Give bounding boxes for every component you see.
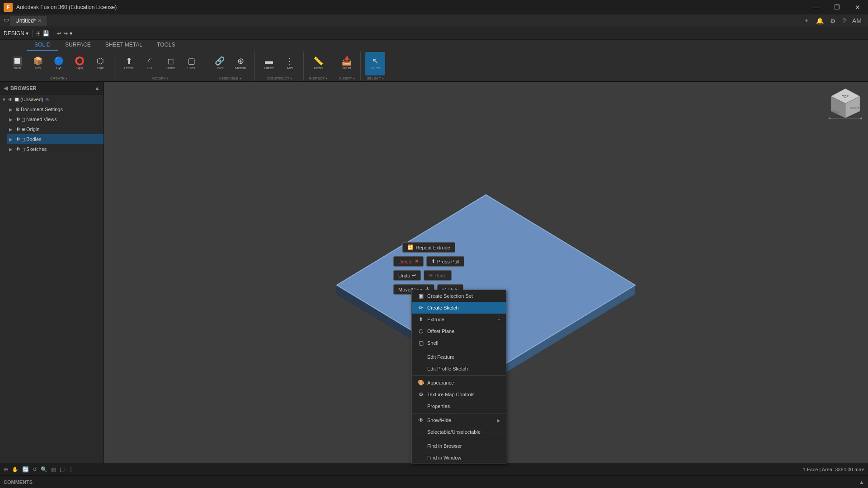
joint-tool[interactable]: 🔗 Joint (210, 52, 230, 75)
repeat-icon: 🔁 (407, 244, 414, 250)
delete-x-icon: ✕ (415, 258, 419, 264)
face-info: 1 Face | Area: 3364.00 mm² (803, 467, 864, 472)
document-tab[interactable]: Untitled* ✕ (10, 16, 47, 26)
sidebar-collapse[interactable]: ▲ (94, 85, 100, 91)
cm-edit-profile-sketch[interactable]: Edit Profile Sketch (412, 363, 506, 375)
press-pull-tool[interactable]: ⬆ Press (119, 52, 139, 75)
redo-button[interactable]: ↪ (63, 30, 68, 37)
separator-3 (412, 413, 506, 413)
tree-origin[interactable]: ▶ 👁 ⊕ Origin (7, 124, 104, 134)
cm-texture-map[interactable]: ⚙ Texture Map Controls (412, 389, 506, 400)
midplane-tool[interactable]: ⋮ Mid (280, 52, 300, 75)
cm-create-sketch[interactable]: ✏ Create Sketch (412, 302, 506, 314)
cm-show-hide[interactable]: 👁 Show/Hide ▶ (412, 414, 506, 426)
modify-group: ⬆ Press ◜ Fill ◻ Cham ▢ Shell MODIFY ▾ (115, 52, 205, 80)
notifications-icon[interactable]: 🔔 (813, 16, 826, 25)
chamfer-tool[interactable]: ◻ Cham (160, 52, 180, 75)
offset-plane-tool[interactable]: ▬ Offset (259, 52, 279, 75)
display-mode-icon[interactable]: ▢ (60, 466, 65, 473)
assemble-group: 🔗 Joint ⊕ Motion ASSEMBLE ▾ (206, 52, 255, 80)
comments-toggle[interactable]: ▲ (859, 479, 864, 485)
motion-tool[interactable]: ⊕ Motion (231, 52, 250, 75)
nav-cube[interactable]: TOP LEFT FRONT (827, 86, 863, 122)
design-button[interactable]: DESIGN ▾ (4, 30, 28, 37)
full-toolbar: DESIGN ▾ ⊞ 💾 ↩ ↪ ▾ SOLID SURFACE SHEET M… (0, 27, 868, 82)
add-tab-button[interactable]: ＋ (801, 16, 812, 26)
shell-icon: ▢ (417, 339, 425, 347)
tree-root[interactable]: ▼ 👁 🔲 (Unsaved) ⊕ (0, 94, 104, 104)
cm-extrude[interactable]: ⬆ Extrude E (412, 314, 506, 325)
redo-button-ctx[interactable]: ↪ Redo (424, 270, 451, 281)
insert-mesh-tool[interactable]: 📥 Mesh (337, 52, 357, 75)
tree-sketches[interactable]: ▶ 👁 ◻ Sketches (7, 144, 104, 154)
sphere-tool[interactable]: ⭕ Sph (70, 52, 90, 75)
box-tool[interactable]: 📦 Box (28, 52, 48, 75)
sidebar-title: BROWSER (10, 85, 36, 91)
separator-4 (412, 439, 506, 439)
tree-document-settings[interactable]: ▶ ⚙ Document Settings (7, 104, 104, 114)
appearance-icon: 🎨 (417, 379, 425, 386)
viewport[interactable]: 🔁 Repeat Extrude Delete ✕ ⬆ Press Pull U… (104, 82, 868, 488)
offset-plane-icon: ⬡ (417, 328, 425, 335)
cm-properties[interactable]: Properties (412, 400, 506, 412)
pipe-tool[interactable]: ⬡ Pipe (90, 52, 110, 75)
cm-edit-feature[interactable]: Edit Feature (412, 351, 506, 363)
press-pull-icon: ⬆ (431, 258, 435, 264)
settings-icon[interactable]: ⚙ (827, 16, 839, 25)
cylinder-tool[interactable]: 🔵 Cyl (49, 52, 69, 75)
svg-marker-16 (860, 117, 862, 120)
toolbar-tabs: SOLID SURFACE SHEET METAL TOOLS (0, 40, 868, 51)
fillet-tool[interactable]: ◜ Fill (140, 52, 160, 75)
cm-offset-plane[interactable]: ⬡ Offset Plane (412, 325, 506, 337)
more-icon[interactable]: ⋮ (68, 466, 74, 473)
close-button[interactable]: ✕ (847, 0, 868, 14)
shell-tool[interactable]: ▢ Shell (181, 52, 201, 75)
tab-tools[interactable]: TOOLS (150, 40, 182, 51)
tab-sheet-metal[interactable]: SHEET METAL (98, 40, 150, 51)
inspect-group: 📏 Meas INSPECT ▾ (305, 52, 332, 80)
cm-shell[interactable]: ▢ Shell (412, 337, 506, 349)
tab-solid[interactable]: SOLID (27, 40, 58, 51)
undo-status-icon[interactable]: ↺ (33, 466, 37, 473)
grid-button[interactable]: ⊞ (36, 30, 41, 37)
undo-button-ctx[interactable]: Undo ↩ (393, 270, 421, 281)
view-cube-icon[interactable]: ▦ (51, 466, 56, 473)
help-icon[interactable]: ? (840, 16, 849, 25)
app-icon: F (4, 3, 13, 12)
tab-surface[interactable]: SURFACE (58, 40, 98, 51)
grid-icon[interactable]: ⊕ (4, 466, 8, 473)
sidebar: ◀ BROWSER ▲ ▼ 👁 🔲 (Unsaved) ⊕ ▶ ⚙ Docume… (0, 82, 104, 488)
tab-bar: 🛡 Untitled* ✕ ＋ 🔔 ⚙ ? AM (0, 14, 868, 27)
status-bar: ⊕ ✋ 🔄 ↺ 🔍 ▦ ▢ ⋮ 1 Face | Area: 3364.00 m… (0, 463, 868, 475)
app-title: Autodesk Fusion 360 (Education License) (16, 4, 117, 10)
measure-tool[interactable]: 📏 Meas (308, 52, 328, 75)
window-controls: — ❐ ✕ (806, 0, 868, 14)
select-tool[interactable]: ↖ Select (365, 52, 385, 75)
undo-button[interactable]: ↩ (57, 30, 61, 37)
sidebar-toggle[interactable]: ◀ (4, 85, 8, 91)
press-pull-button[interactable]: ⬆ Press Pull (426, 256, 465, 267)
minimize-button[interactable]: — (806, 0, 826, 14)
orbit-icon[interactable]: 🔄 (22, 466, 29, 473)
tree-named-views[interactable]: ▶ 👁 ◻ Named Views (7, 114, 104, 124)
svg-text:TOP: TOP (842, 95, 849, 98)
delete-button[interactable]: Delete ✕ (393, 256, 424, 267)
insert-group: 📥 Mesh INSERT ▾ (333, 52, 361, 80)
tree-bodies[interactable]: ▶ 👁 ◻ Bodies (7, 134, 104, 144)
maximize-button[interactable]: ❐ (826, 0, 847, 14)
cm-selectable[interactable]: Selectable/Unselectable (412, 426, 506, 438)
redo-arrow[interactable]: ▾ (70, 30, 72, 37)
save-button[interactable]: 💾 (42, 30, 49, 37)
zoom-icon[interactable]: 🔍 (41, 466, 47, 473)
cm-find-browser[interactable]: Find in Browser (412, 440, 506, 452)
cm-appearance[interactable]: 🎨 Appearance (412, 377, 506, 389)
new-component-tool[interactable]: 🔲 New (7, 52, 27, 75)
cm-create-selection-set[interactable]: ▣ Create Selection Set (412, 290, 506, 302)
cm-find-window[interactable]: Find in Window (412, 452, 506, 464)
user-icon[interactable]: AM (849, 16, 864, 25)
pan-icon[interactable]: ✋ (12, 466, 19, 473)
repeat-extrude-button[interactable]: 🔁 Repeat Extrude (402, 242, 455, 253)
extrude-icon: ⬆ (417, 316, 425, 323)
toolbar-main: 🔲 New 📦 Box 🔵 Cyl ⭕ Sph ⬡ Pipe (0, 51, 868, 81)
context-menu: ▣ Create Selection Set ✏ Create Sketch ⬆… (411, 290, 506, 464)
